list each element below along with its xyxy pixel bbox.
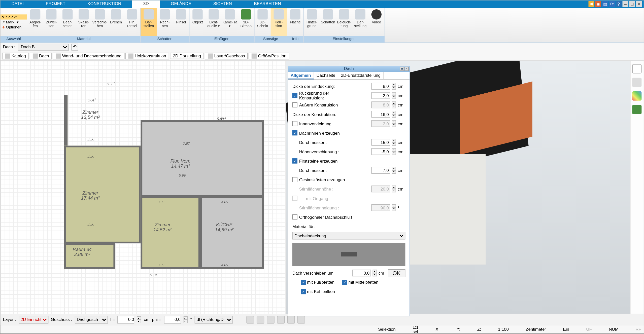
layers-panel-icon[interactable] [632, 64, 641, 73]
palette-icon[interactable] [632, 91, 641, 101]
objekt-button[interactable]: Objekt [189, 8, 206, 36]
rechnen-button[interactable]: Rech- nen [157, 8, 173, 36]
tab-dachseite[interactable]: Dachseite [314, 72, 338, 80]
menu-projekt[interactable]: PROJEKT [35, 1, 77, 8]
zuweisen-button[interactable]: Zuwei- sen [43, 8, 59, 36]
inp-ruecksprung[interactable] [371, 92, 390, 99]
arrow-icon[interactable] [297, 316, 305, 323]
2d-viewport[interactable]: 6.58⁵ Zimmer13,54 m² 6.04⁵ 3.50 Zimmer17… [1, 61, 286, 314]
menu-datei[interactable]: DATEI [1, 1, 35, 8]
darstellung-button[interactable]: Dar- stellung [352, 8, 368, 36]
undo-icon[interactable]: ↶ [71, 44, 78, 50]
ok-button[interactable]: OK [388, 269, 405, 277]
inp-verschieben[interactable] [352, 270, 371, 276]
tool-icon[interactable]: ▤ [602, 1, 608, 7]
chk-ortho[interactable] [292, 214, 297, 219]
group-sonstige: Sonstige [255, 36, 287, 42]
roof-icon [33, 53, 38, 58]
inp-dicke-eindeckung[interactable] [371, 83, 390, 90]
wall-icon [56, 53, 61, 58]
inp-l[interactable] [117, 316, 134, 323]
cam2-icon[interactable] [277, 316, 285, 323]
cam-icon[interactable] [267, 316, 274, 323]
beleuchtung-button[interactable]: Beleuch- tung [336, 8, 352, 36]
tab-dach[interactable]: Dach [30, 52, 52, 59]
tab-holz[interactable]: Holzkonstruktion [125, 52, 169, 59]
tool-icon[interactable]: ✖ [588, 1, 594, 7]
chk-kehlbalken[interactable]: ✓ [301, 289, 306, 294]
tab-allgemein[interactable]: Allgemein [288, 72, 314, 80]
geschoss-select[interactable]: Dachgesch [75, 316, 108, 323]
skalieren-button[interactable]: Skalie- ren [76, 8, 92, 36]
drehen-button[interactable]: Drehen [108, 8, 124, 36]
layer-select[interactable]: 2D Einricht [19, 316, 48, 323]
kollision-button[interactable]: Kolli- sion [271, 8, 287, 36]
3d-bitmap-button[interactable]: 3D- Bitmap [238, 8, 254, 36]
hin-pinsel-button[interactable]: Hin. Pinsel [124, 8, 140, 36]
selekt-button[interactable]: ↖Selekt [1, 14, 27, 19]
eye-icon[interactable] [257, 316, 264, 323]
menu-sichten[interactable]: SICHTEN [202, 1, 243, 8]
spinner[interactable]: ▲▼ [392, 83, 396, 90]
tool-icon[interactable]: ▣ [595, 1, 601, 7]
inp-phi[interactable] [164, 316, 181, 323]
abgreifen-button[interactable]: Abgrei- fen [27, 8, 43, 36]
render-icon [144, 9, 154, 19]
tab-layer[interactable]: Layer/Geschoss [205, 52, 248, 59]
render-icon[interactable] [287, 316, 295, 323]
chk-aeussere[interactable] [292, 102, 297, 107]
tree-side-icon[interactable] [632, 105, 641, 114]
tool-icon[interactable]: ⟳ [609, 1, 615, 7]
tab-katalog[interactable]: Katalog [2, 52, 29, 59]
chk-fusspfetten[interactable]: ✓ [301, 280, 306, 285]
inp-dicke-konstr[interactable] [371, 111, 390, 118]
material-preview[interactable] [292, 243, 405, 266]
kamera-button[interactable]: Kame- ra ▾ [222, 8, 238, 36]
optionen-button[interactable]: ✚Optionen [1, 25, 27, 30]
tab-2d[interactable]: 2D Darstellung [170, 53, 204, 59]
tab-ersatz[interactable]: 2D-Ersatzdarstellung [338, 72, 383, 80]
minimize-icon[interactable]: – [622, 1, 628, 7]
menu-bearbeiten[interactable]: BEARBEITEN [243, 1, 292, 8]
chk-mittelpfetten[interactable]: ✓ [342, 280, 347, 285]
light-icon [209, 9, 219, 19]
schatten-button[interactable]: Schatten [320, 8, 336, 36]
menu-konstruktion[interactable]: KONSTRUKTION [76, 1, 132, 8]
dialog-pin-icon[interactable]: ◉ [400, 67, 404, 71]
dl-select[interactable]: dl (Richtung/Di [194, 316, 233, 323]
lighting-icon [339, 9, 349, 19]
chk-dachrinnen[interactable]: ✓ [292, 130, 297, 135]
darstellen-button[interactable]: Dar- stellen [141, 8, 157, 36]
inp-hoehe[interactable] [371, 148, 390, 155]
video-button[interactable]: Video [368, 8, 385, 36]
mark-dropdown[interactable]: ↗Mark. ▾ [1, 20, 27, 25]
pinsel-button[interactable]: Pinsel [173, 8, 189, 36]
inp-dachrinnen-d[interactable] [371, 139, 390, 146]
menu-gelaende[interactable]: GELÄNDE [160, 1, 202, 8]
inp-first-d[interactable] [371, 167, 390, 174]
dialog-close-icon[interactable]: × [404, 67, 409, 71]
status-sel: Selektion [378, 327, 395, 332]
lichtquelle-button[interactable]: Licht- quelle ▾ [206, 8, 222, 36]
verschieben-button[interactable]: Verschie- ben [92, 8, 108, 36]
furniture-icon[interactable] [632, 78, 641, 87]
menu-3d[interactable]: 3D [132, 1, 160, 8]
chk-firststeine[interactable]: ✓ [292, 158, 297, 163]
dach-select[interactable]: Dach B [18, 44, 69, 50]
tab-groesse[interactable]: Größe/Position [249, 52, 289, 59]
hintergrund-button[interactable]: Hinter- grund [304, 8, 320, 36]
close-icon[interactable]: × [636, 1, 642, 7]
help-icon[interactable]: ? [616, 1, 622, 7]
rotate-icon [111, 9, 121, 19]
flaeche-button[interactable]: Fläche [287, 8, 303, 36]
bearbeiten-button[interactable]: Bear- beiten [59, 8, 76, 36]
material-select[interactable]: Dacheindeckung [292, 232, 405, 239]
chk-ruecksprung[interactable]: ✓ [292, 93, 297, 98]
chk-innen[interactable] [292, 121, 297, 126]
maximize-icon[interactable]: □ [629, 1, 635, 7]
chk-gesims[interactable] [292, 177, 297, 182]
eyedropper-icon [30, 9, 40, 19]
3d-schnitt-button[interactable]: 3D- Schnitt [255, 8, 271, 36]
clock-icon[interactable] [246, 316, 254, 323]
tab-wand[interactable]: Wand- und Dachverschneidung [53, 52, 125, 59]
